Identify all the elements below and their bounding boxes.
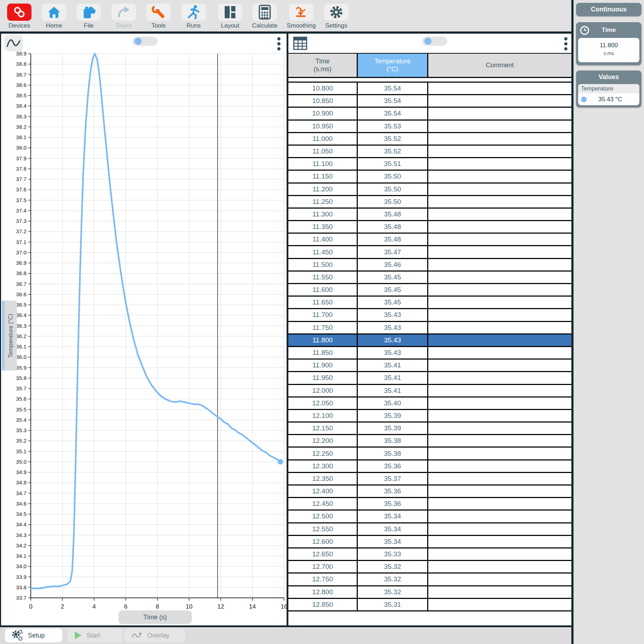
temperature-cell[interactable]: 35.50 <box>358 171 428 182</box>
table-row[interactable]: 12.20035.38 <box>288 435 571 448</box>
temperature-cell[interactable]: 35.54 <box>358 95 428 107</box>
table-row[interactable]: 12.45035.36 <box>288 498 571 511</box>
table-row[interactable]: 11.40035.48 <box>288 234 571 246</box>
temperature-cell[interactable]: 35.45 <box>358 284 428 296</box>
temperature-cell[interactable]: 35.54 <box>358 83 428 94</box>
table-row[interactable]: 11.10035.51 <box>288 158 571 171</box>
comment-cell[interactable] <box>428 574 571 585</box>
comment-cell[interactable] <box>428 360 571 371</box>
column-header-temperature[interactable]: Temperature(°C) <box>358 54 428 77</box>
temperature-cell[interactable]: 35.54 <box>358 108 428 119</box>
time-cell[interactable]: 11.200 <box>288 184 358 195</box>
temperature-cell[interactable]: 35.52 <box>358 133 428 145</box>
smoothing-button[interactable] <box>289 4 313 21</box>
temperature-cell[interactable]: 35.45 <box>358 272 428 283</box>
temperature-cell[interactable]: 35.40 <box>358 397 428 409</box>
table-row[interactable]: 11.00035.52 <box>288 133 571 146</box>
temperature-cell[interactable]: 35.38 <box>358 448 428 459</box>
table-row[interactable]: 12.25035.38 <box>288 448 571 460</box>
table-view-button[interactable] <box>292 35 309 52</box>
y-axis-label-tab[interactable]: Temperature (°C) <box>5 301 17 371</box>
time-cell[interactable]: 11.000 <box>288 133 358 145</box>
comment-cell[interactable] <box>428 498 571 509</box>
table-row[interactable]: 12.30035.36 <box>288 460 571 473</box>
table-row[interactable]: 12.85035.31 <box>288 599 571 611</box>
time-cell[interactable]: 12.550 <box>288 523 358 535</box>
comment-cell[interactable] <box>428 536 571 547</box>
temperature-cell[interactable]: 35.41 <box>358 372 428 384</box>
table-row[interactable]: 12.00035.41 <box>288 385 571 397</box>
temperature-cell[interactable]: 35.48 <box>358 234 428 245</box>
comment-cell[interactable] <box>428 335 571 346</box>
time-cell[interactable]: 11.800 <box>288 335 358 346</box>
time-cell[interactable]: 11.650 <box>288 297 358 308</box>
comment-cell[interactable] <box>428 259 571 270</box>
time-cell[interactable]: 11.500 <box>288 259 358 270</box>
time-cell[interactable]: 11.450 <box>288 246 358 258</box>
time-cell[interactable]: 12.650 <box>288 548 358 560</box>
table-row[interactable]: 11.50035.46 <box>288 259 571 272</box>
time-cell[interactable]: 11.350 <box>288 221 358 233</box>
time-cell[interactable]: 11.700 <box>288 309 358 321</box>
comment-cell[interactable] <box>428 209 571 220</box>
temperature-cell[interactable]: 35.43 <box>358 347 428 358</box>
time-cell[interactable]: 12.250 <box>288 448 358 459</box>
comment-cell[interactable] <box>428 599 571 610</box>
temperature-cell[interactable]: 35.39 <box>358 423 428 434</box>
table-menu-button[interactable] <box>562 35 569 52</box>
comment-cell[interactable] <box>428 284 571 296</box>
temperature-cell[interactable]: 35.33 <box>358 548 428 560</box>
comment-cell[interactable] <box>428 448 571 459</box>
comment-cell[interactable] <box>428 397 571 409</box>
time-cell[interactable]: 12.400 <box>288 486 358 497</box>
comment-cell[interactable] <box>428 423 571 434</box>
table-row[interactable]: 11.20035.50 <box>288 184 571 196</box>
comment-cell[interactable] <box>428 473 571 484</box>
comment-cell[interactable] <box>428 221 571 233</box>
table-row[interactable]: 11.15035.50 <box>288 171 571 183</box>
table-row[interactable]: 11.60035.45 <box>288 284 571 297</box>
curve-endpoint-dot[interactable] <box>278 459 283 464</box>
temperature-cell[interactable]: 35.34 <box>358 536 428 547</box>
table-row[interactable]: 10.95035.53 <box>288 121 571 133</box>
table-row[interactable]: 12.15035.39 <box>288 423 571 435</box>
table-row[interactable]: 12.55035.34 <box>288 523 571 536</box>
time-cell[interactable]: 12.450 <box>288 498 358 509</box>
time-cell[interactable]: 10.800 <box>288 83 358 94</box>
values-card[interactable]: Values Temperature 35.43 °C <box>576 70 641 107</box>
table-row[interactable]: 11.30035.48 <box>288 209 571 221</box>
time-cell[interactable]: 11.150 <box>288 171 358 182</box>
table-row[interactable]: 11.90035.41 <box>288 360 571 372</box>
comment-cell[interactable] <box>428 523 571 535</box>
comment-cell[interactable] <box>428 184 571 195</box>
temperature-cell[interactable]: 35.51 <box>358 158 428 170</box>
column-header-time[interactable]: Time(s.ms) <box>288 54 358 77</box>
chart[interactable]: 33.733.833.934.034.134.234.334.434.534.6… <box>1 34 287 625</box>
comment-cell[interactable] <box>428 561 571 572</box>
comment-cell[interactable] <box>428 95 571 107</box>
temperature-cell[interactable]: 35.46 <box>358 259 428 270</box>
table-row[interactable]: 11.35035.48 <box>288 221 571 234</box>
time-cell[interactable]: 12.750 <box>288 574 358 585</box>
runs-button[interactable] <box>181 4 206 21</box>
time-cell[interactable]: 12.200 <box>288 435 358 447</box>
temperature-cell[interactable]: 35.48 <box>358 221 428 233</box>
time-cell[interactable]: 11.300 <box>288 209 358 220</box>
table-row[interactable]: 12.60035.34 <box>288 536 571 548</box>
comment-cell[interactable] <box>428 548 571 560</box>
comment-cell[interactable] <box>428 372 571 384</box>
table-row[interactable]: 12.50035.34 <box>288 511 571 523</box>
time-cell[interactable]: 10.850 <box>288 95 358 107</box>
temperature-cell[interactable]: 35.43 <box>358 335 428 346</box>
time-cell[interactable]: 11.550 <box>288 272 358 283</box>
comment-cell[interactable] <box>428 460 571 472</box>
comment-cell[interactable] <box>428 121 571 132</box>
temperature-cell[interactable]: 35.36 <box>358 460 428 472</box>
time-cell[interactable]: 10.900 <box>288 108 358 119</box>
temperature-cell[interactable]: 35.36 <box>358 498 428 509</box>
table-row[interactable]: 12.70035.32 <box>288 561 571 574</box>
time-cell[interactable]: 11.750 <box>288 322 358 333</box>
comment-cell[interactable] <box>428 272 571 283</box>
time-cell[interactable]: 11.400 <box>288 234 358 245</box>
time-cell[interactable]: 12.500 <box>288 511 358 522</box>
